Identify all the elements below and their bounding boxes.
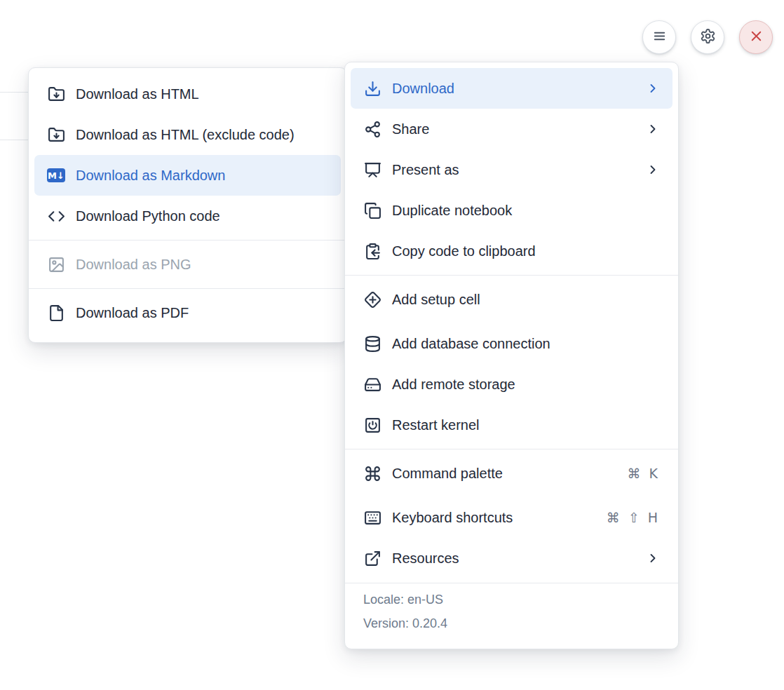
- menu-item-command-palette[interactable]: Command palette ⌘ K: [351, 453, 673, 494]
- keyboard-icon: [363, 508, 381, 527]
- menu-item-label: Download Python code: [76, 208, 220, 224]
- menu-item-restart-kernel[interactable]: Restart kernel: [351, 405, 673, 445]
- menu-separator: [345, 275, 678, 276]
- menu-footer: Locale: en-US Version: 0.20.4: [345, 583, 678, 643]
- chevron-right-icon: [646, 81, 660, 95]
- menu-item-label: Present as: [392, 162, 459, 178]
- menu-separator: [345, 449, 678, 449]
- menu-item-label: Add remote storage: [392, 377, 515, 393]
- menu-item-label: Resources: [392, 550, 459, 567]
- close-icon: [748, 28, 764, 46]
- settings-button[interactable]: [691, 20, 724, 54]
- diamond-plus-icon: [363, 290, 381, 309]
- locale-text: Locale: en-US: [363, 593, 660, 607]
- menu-item-add-setup-cell[interactable]: Add setup cell: [351, 279, 673, 320]
- menu-item-label: Share: [392, 121, 429, 137]
- notebook-menu: Download Share Present as: [344, 62, 679, 649]
- menu-item-label: Download as Markdown: [76, 168, 225, 184]
- menu-item-add-remote-storage[interactable]: Add remote storage: [351, 364, 673, 405]
- menu-item-download[interactable]: Download: [351, 68, 673, 109]
- close-button[interactable]: [739, 20, 773, 54]
- menu-item-label: Download: [392, 81, 454, 97]
- menu-item-resources[interactable]: Resources: [351, 538, 673, 579]
- presentation-icon: [363, 161, 381, 179]
- menu-item-label: Add database connection: [392, 336, 550, 352]
- code-icon: [47, 207, 65, 225]
- menu-item-label: Copy code to clipboard: [392, 243, 536, 259]
- menu-separator: [29, 240, 346, 241]
- menu-item-label: Command palette: [392, 466, 503, 482]
- folder-down-icon: [47, 126, 65, 144]
- power-icon: [363, 416, 381, 434]
- menu-item-present-as[interactable]: Present as: [351, 149, 673, 190]
- menu-item-download-as-markdown[interactable]: M↓ Download as Markdown: [34, 155, 341, 196]
- menu-item-keyboard-shortcuts[interactable]: Keyboard shortcuts ⌘ ⇧ H: [351, 497, 673, 538]
- menu-button[interactable]: [642, 20, 676, 54]
- menu-item-share[interactable]: Share: [351, 109, 673, 149]
- page-background: Download as HTML Download as HTML (exclu…: [0, 0, 784, 690]
- keyboard-shortcut-hint: ⌘ ⇧ H: [607, 510, 660, 525]
- keyboard-shortcut-hint: ⌘ K: [628, 466, 661, 481]
- notebook-actions-toolbar: [642, 20, 773, 54]
- hamburger-icon: [651, 28, 668, 46]
- menu-item-download-python-code[interactable]: Download Python code: [34, 196, 341, 236]
- menu-item-download-as-pdf[interactable]: Download as PDF: [34, 292, 341, 333]
- download-submenu: Download as HTML Download as HTML (exclu…: [28, 67, 347, 343]
- clipboard-copy-icon: [363, 242, 381, 260]
- menu-item-label: Add setup cell: [392, 292, 480, 308]
- menu-item-label: Download as PNG: [76, 257, 191, 273]
- folder-down-icon: [47, 85, 65, 103]
- chevron-right-icon: [646, 551, 660, 565]
- external-link-icon: [363, 549, 381, 567]
- duplicate-icon: [363, 201, 381, 219]
- menu-item-label: Download as PDF: [76, 305, 189, 321]
- background-divider: [0, 92, 29, 93]
- menu-item-label: Restart kernel: [392, 417, 480, 433]
- markdown-badge-icon: M↓: [47, 166, 65, 184]
- command-icon: [363, 464, 381, 482]
- menu-item-duplicate-notebook[interactable]: Duplicate notebook: [351, 190, 673, 231]
- menu-item-download-as-png: Download as PNG: [34, 244, 341, 285]
- menu-item-copy-code-to-clipboard[interactable]: Copy code to clipboard: [351, 231, 673, 271]
- menu-item-download-as-html-exclude-code[interactable]: Download as HTML (exclude code): [34, 114, 341, 155]
- menu-item-label: Duplicate notebook: [392, 203, 512, 219]
- chevron-right-icon: [646, 163, 660, 177]
- database-icon: [363, 334, 381, 353]
- menu-item-label: Download as HTML: [76, 86, 199, 102]
- file-icon: [47, 304, 65, 322]
- version-text: Version: 0.20.4: [363, 616, 660, 631]
- background-divider: [0, 140, 29, 140]
- menu-separator: [29, 288, 346, 289]
- menu-item-download-as-html[interactable]: Download as HTML: [34, 74, 341, 114]
- share-icon: [363, 120, 381, 138]
- hard-drive-icon: [363, 375, 381, 393]
- menu-item-add-database-connection[interactable]: Add database connection: [351, 323, 673, 364]
- menu-item-label: Download as HTML (exclude code): [76, 127, 295, 143]
- image-icon: [47, 255, 65, 273]
- download-icon: [363, 79, 381, 97]
- chevron-right-icon: [646, 122, 660, 136]
- gear-icon: [700, 28, 716, 46]
- menu-item-label: Keyboard shortcuts: [392, 510, 513, 526]
